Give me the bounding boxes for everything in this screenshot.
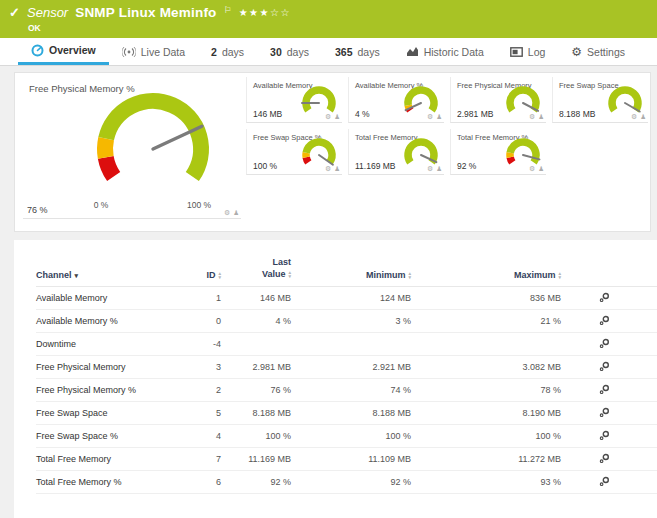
gauge-cell-total-free-memory: Total Free Memory 11.169 MB ⚙♟	[348, 129, 444, 175]
gauge-pin-icon[interactable]: ♟	[436, 114, 442, 121]
overview-gauge-icon	[31, 44, 44, 57]
gauge-pin-icon[interactable]: ♟	[538, 114, 544, 121]
gauge-value: 146 MB	[253, 109, 282, 119]
tab-live-data-label: Live Data	[141, 46, 185, 58]
gauge-cell-free-swap-space: Free Swap Space 8.188 MB ⚙♟	[552, 77, 648, 123]
col-header-id[interactable]: ID▴▾	[181, 270, 221, 280]
primary-gauge-value: 76 %	[27, 205, 48, 215]
overview-gauges-panel: Free Physical Memory % 0 % 100 % 76 % ⚙ …	[14, 72, 651, 232]
channel-name: Free Swap Space %	[36, 431, 181, 441]
gauge-pin-icon[interactable]: ♟	[233, 210, 239, 217]
tab-30-days-number: 30	[270, 46, 282, 58]
log-icon	[510, 47, 523, 57]
channel-minimum: 2.921 MB	[291, 362, 411, 372]
sort-icon: ▴▾	[218, 271, 221, 279]
tab-overview[interactable]: Overview	[18, 38, 109, 65]
channel-id: 5	[181, 408, 221, 418]
tab-settings[interactable]: ⚙ Settings	[558, 38, 638, 65]
channel-settings-icon[interactable]	[599, 476, 610, 487]
sensor-status-text: OK	[28, 23, 41, 33]
tab-2-days-label: days	[222, 46, 244, 58]
channel-id: 3	[181, 362, 221, 372]
table-row: Free Swap Space % 4 100 % 100 % 100 %	[36, 425, 657, 448]
gauge-gear-icon[interactable]: ⚙	[529, 113, 535, 120]
channel-minimum: 11.109 MB	[291, 454, 411, 464]
tab-historic-data[interactable]: Historic Data	[393, 38, 497, 65]
channel-settings-icon[interactable]	[599, 453, 610, 464]
table-row: Free Physical Memory % 2 76 % 74 % 78 %	[36, 379, 657, 402]
channel-id: 1	[181, 293, 221, 303]
channel-maximum: 93 %	[411, 477, 561, 487]
channel-maximum: 100 %	[411, 431, 561, 441]
primary-channel-gauge-cell: Free Physical Memory % 0 % 100 % 76 % ⚙ …	[23, 77, 241, 219]
gauge-value: 92 %	[457, 161, 476, 171]
channel-maximum: 3.082 MB	[411, 362, 561, 372]
gauge-gear-icon[interactable]: ⚙	[427, 113, 433, 120]
star-rating[interactable]: ★★★☆☆	[239, 7, 291, 18]
channel-settings-icon[interactable]	[599, 292, 610, 303]
sensor-title: SNMP Linux Meminfo	[75, 5, 216, 20]
channel-settings-icon[interactable]	[599, 361, 610, 372]
tab-settings-label: Settings	[587, 46, 625, 58]
gauge-value: 2.981 MB	[457, 109, 493, 119]
gauge-pin-icon[interactable]: ♟	[640, 114, 646, 121]
broadcast-icon	[122, 46, 136, 58]
gauge-pin-icon[interactable]: ♟	[538, 166, 544, 173]
channel-minimum: 74 %	[291, 385, 411, 395]
tab-live-data[interactable]: Live Data	[109, 38, 198, 65]
gauge-gear-icon[interactable]: ⚙	[224, 209, 230, 216]
primary-gauge	[75, 92, 231, 210]
sensor-type-label: Sensor	[27, 5, 68, 20]
gauge-gear-icon[interactable]: ⚙	[529, 165, 535, 172]
channel-id: 2	[181, 385, 221, 395]
gauge-value: 4 %	[355, 109, 370, 119]
gauge-gear-icon[interactable]: ⚙	[631, 113, 637, 120]
tab-365-days[interactable]: 365 days	[322, 38, 393, 65]
stars-filled[interactable]: ★★★	[239, 7, 270, 18]
channel-settings-icon[interactable]	[599, 407, 610, 418]
sort-icon: ▴▾	[288, 270, 291, 278]
gauge-gear-icon[interactable]: ⚙	[325, 165, 331, 172]
channel-id: 0	[181, 316, 221, 326]
channel-settings-icon[interactable]	[599, 430, 610, 441]
gauge-value: 100 %	[253, 161, 277, 171]
tab-365-days-label: days	[358, 46, 380, 58]
channel-last-value: 8.188 MB	[221, 408, 291, 418]
stars-empty[interactable]: ☆☆	[270, 7, 291, 18]
channel-last-value: 76 %	[221, 385, 291, 395]
col-header-channel[interactable]: Channel▾	[36, 270, 181, 280]
gauge-cell-free-physical-memory: Free Physical Memory 2.981 MB ⚙♟	[450, 77, 546, 123]
channel-name: Available Memory	[36, 293, 181, 303]
channel-settings-icon[interactable]	[599, 338, 610, 349]
tab-bar: Overview Live Data 2 days 30 days 365 da…	[0, 38, 657, 66]
channel-last-value: 2.981 MB	[221, 362, 291, 372]
gauge-cell-total-free-memory-pct: Total Free Memory % 92 % ⚙♟	[450, 129, 546, 175]
col-header-maximum[interactable]: Maximum▴▾	[411, 270, 561, 280]
gauge-gear-icon[interactable]: ⚙	[427, 165, 433, 172]
gauge-cell-free-swap-space-pct: Free Swap Space % 100 % ⚙♟	[246, 129, 342, 175]
gauge-pin-icon[interactable]: ♟	[436, 166, 442, 173]
gauge-pin-icon[interactable]: ♟	[334, 114, 340, 121]
table-row: Available Memory % 0 4 % 3 % 21 %	[36, 310, 657, 333]
gauge-pin-icon[interactable]: ♟	[334, 166, 340, 173]
channel-name: Free Swap Space	[36, 408, 181, 418]
channel-minimum: 124 MB	[291, 293, 411, 303]
channel-name: Free Physical Memory	[36, 362, 181, 372]
col-header-minimum[interactable]: Minimum▴▾	[291, 270, 411, 280]
channel-settings-icon[interactable]	[599, 384, 610, 395]
settings-gear-icon: ⚙	[571, 46, 582, 58]
historic-chart-icon	[406, 46, 419, 57]
gauge-scale-min: 0 %	[81, 200, 121, 210]
channel-name: Downtime	[36, 339, 181, 349]
channel-maximum: 836 MB	[411, 293, 561, 303]
tab-30-days-label: days	[287, 46, 309, 58]
tab-log[interactable]: Log	[497, 38, 559, 65]
channel-last-value: 11.169 MB	[221, 454, 291, 464]
gauge-gear-icon[interactable]: ⚙	[325, 113, 331, 120]
table-row: Total Free Memory 7 11.169 MB 11.109 MB …	[36, 448, 657, 471]
channel-settings-icon[interactable]	[599, 315, 610, 326]
tab-2-days[interactable]: 2 days	[198, 38, 257, 65]
col-header-last-value[interactable]: LastValue▴▾	[221, 256, 291, 280]
flag-icon[interactable]: ⚐	[224, 5, 232, 15]
tab-30-days[interactable]: 30 days	[257, 38, 322, 65]
